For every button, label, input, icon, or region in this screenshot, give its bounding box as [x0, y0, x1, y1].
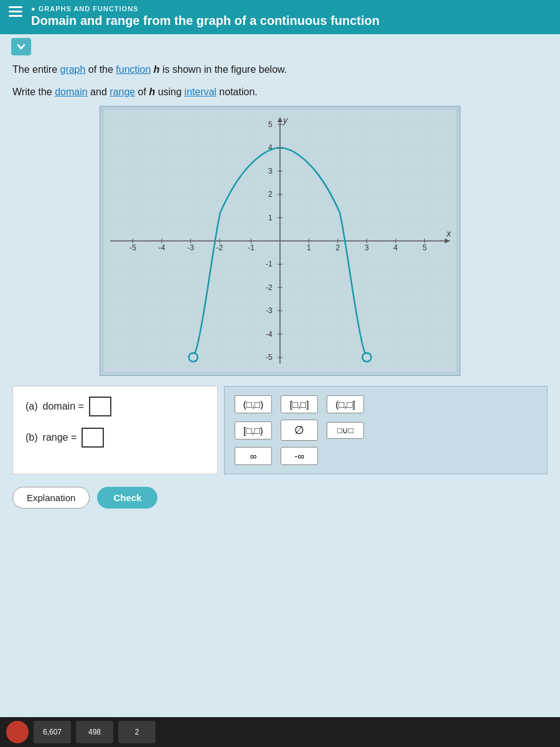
- problem-line-1: The entire graph of the function h is sh…: [12, 62, 548, 78]
- svg-text:y: y: [282, 115, 288, 125]
- svg-text:1: 1: [268, 214, 273, 222]
- svg-text:3: 3: [268, 167, 273, 176]
- check-button[interactable]: Check: [97, 487, 157, 509]
- answer-inputs-panel: (a) domain = (b) range =: [12, 386, 218, 474]
- graph-link[interactable]: graph: [60, 64, 85, 75]
- explanation-button[interactable]: Explanation: [12, 487, 90, 509]
- svg-text:1: 1: [307, 243, 311, 252]
- svg-text:3: 3: [365, 243, 369, 252]
- range-input-box[interactable]: [82, 428, 104, 448]
- taskbar-item-count-1[interactable]: 6,607: [34, 721, 71, 743]
- domain-label: (a): [26, 401, 38, 412]
- line1-prefix: The entire: [12, 64, 60, 75]
- svg-text:2: 2: [268, 190, 273, 199]
- graph-wrapper: x y -5 -4 -3 -2 -1 1 2 3 4 5 5 4: [100, 106, 460, 376]
- notation-open-closed[interactable]: (□,□]: [327, 395, 364, 413]
- svg-text:4: 4: [394, 243, 398, 252]
- graph-svg: x y -5 -4 -3 -2 -1 1 2 3 4 5 5 4: [104, 110, 456, 372]
- bottom-buttons: Explanation Check: [12, 481, 548, 509]
- notation-open-open[interactable]: (□,□): [235, 395, 272, 413]
- function-h-1: h: [151, 64, 159, 75]
- taskbar-label-1: 6,607: [43, 728, 62, 736]
- notation-row-2: [□,□) ∅ □∪□: [235, 420, 537, 441]
- open-circle-right: [362, 353, 371, 362]
- svg-text:-2: -2: [266, 283, 273, 292]
- function-h-2: h: [149, 87, 155, 97]
- taskbar-item-count-2[interactable]: 498: [76, 721, 113, 743]
- chevron-row: [0, 34, 560, 55]
- range-line: (b) range =: [26, 428, 205, 448]
- header: ● GRAPHS AND FUNCTIONS Domain and range …: [0, 0, 560, 34]
- domain-input-box[interactable]: [89, 397, 111, 416]
- taskbar-item-badge[interactable]: 2: [118, 721, 156, 743]
- domain-line: (a) domain =: [26, 397, 205, 416]
- domain-text: domain =: [43, 401, 84, 412]
- chevron-down-button[interactable]: [11, 38, 31, 55]
- svg-text:5: 5: [268, 120, 273, 129]
- line2-mid3: using: [155, 87, 184, 97]
- notation-infinity[interactable]: ∞: [235, 447, 272, 465]
- interval-link[interactable]: interval: [184, 87, 217, 97]
- line2-prefix: Write the: [12, 87, 55, 97]
- line1-mid: of the: [85, 64, 116, 75]
- answer-row: (a) domain = (b) range = (□,□) [□,□] (□,…: [12, 386, 548, 474]
- taskbar-label-2: 498: [88, 728, 101, 736]
- svg-text:-2: -2: [217, 243, 223, 252]
- taskbar: 6,607 498 2: [0, 717, 560, 747]
- menu-bar-1: [9, 6, 22, 8]
- notation-panel: (□,□) [□,□] (□,□] [□,□) ∅ □∪□ ∞ -∞: [224, 386, 548, 474]
- svg-text:-4: -4: [159, 243, 166, 252]
- notation-union[interactable]: □∪□: [327, 422, 364, 439]
- svg-text:x: x: [446, 228, 452, 238]
- menu-bar-2: [9, 11, 22, 12]
- header-subtitle: ● GRAPHS AND FUNCTIONS: [31, 5, 550, 12]
- taskbar-item-red[interactable]: [6, 721, 29, 743]
- line2-suffix: notation.: [217, 87, 258, 97]
- svg-text:-5: -5: [266, 353, 273, 362]
- svg-text:-1: -1: [248, 243, 254, 252]
- graph-inner: x y -5 -4 -3 -2 -1 1 2 3 4 5 5 4: [104, 110, 456, 372]
- range-label: (b): [26, 432, 38, 443]
- header-title: Domain and range from the graph of a con…: [31, 14, 550, 28]
- svg-text:-5: -5: [129, 243, 136, 252]
- main-content: The entire graph of the function h is sh…: [0, 55, 560, 519]
- svg-text:-3: -3: [266, 306, 273, 315]
- problem-line-2: Write the domain and range of h using in…: [12, 84, 548, 100]
- svg-text:-1: -1: [266, 260, 273, 269]
- svg-text:2: 2: [336, 243, 340, 252]
- notation-empty-set[interactable]: ∅: [281, 420, 318, 441]
- range-link[interactable]: range: [110, 87, 135, 97]
- line1-suffix: is shown in the figure below.: [160, 64, 287, 75]
- notation-closed-open[interactable]: [□,□]: [281, 395, 318, 413]
- menu-icon[interactable]: [9, 6, 22, 17]
- notation-row-1: (□,□) [□,□] (□,□]: [235, 395, 537, 413]
- domain-link[interactable]: domain: [55, 87, 87, 97]
- taskbar-label-3: 2: [135, 728, 139, 736]
- menu-bar-3: [9, 15, 22, 17]
- range-text: range =: [43, 432, 77, 443]
- svg-text:5: 5: [422, 243, 427, 252]
- svg-text:-4: -4: [266, 330, 273, 339]
- svg-text:-3: -3: [187, 243, 194, 252]
- notation-neg-infinity[interactable]: -∞: [281, 447, 318, 465]
- line2-mid: and: [88, 87, 110, 97]
- chevron-down-icon: [17, 44, 26, 50]
- line2-mid2: of: [135, 87, 149, 97]
- function-link[interactable]: function: [116, 64, 151, 75]
- notation-closed-open-2[interactable]: [□,□): [235, 421, 272, 439]
- notation-row-3: ∞ -∞: [235, 447, 537, 465]
- open-circle-left: [189, 353, 197, 362]
